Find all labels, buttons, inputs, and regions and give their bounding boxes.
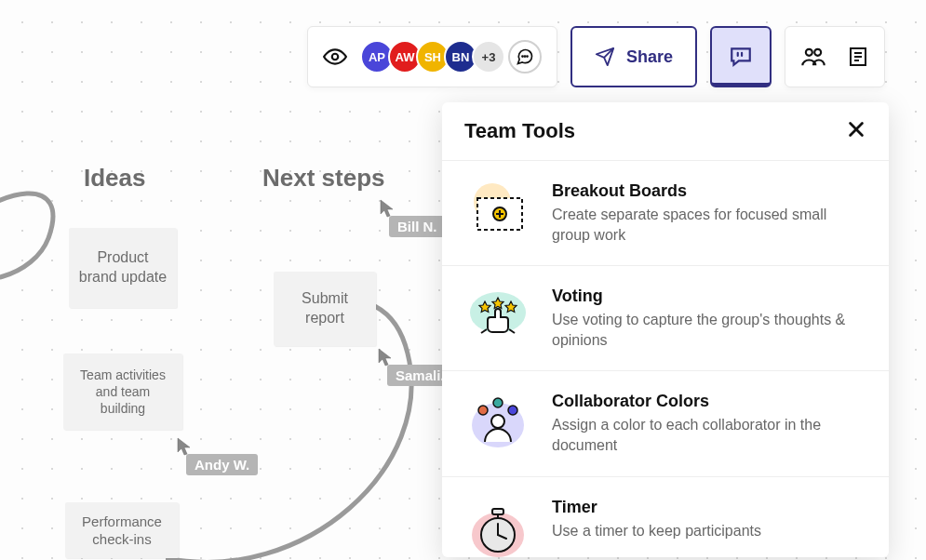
collaborator-cursor: Andy W. <box>171 454 258 476</box>
svg-point-2 <box>524 56 525 57</box>
paper-plane-icon <box>595 47 615 67</box>
share-button[interactable]: Share <box>570 26 697 87</box>
tool-item-desc: Use a timer to keep participants <box>552 521 761 541</box>
tool-item-title: Collaborator Colors <box>552 392 866 411</box>
team-tools-button[interactable] <box>710 26 772 87</box>
collaborator-cursor: Bill N. <box>374 216 446 238</box>
tool-item-title: Timer <box>552 498 761 517</box>
top-toolbar: AP AW SH BN +3 Share <box>307 26 885 87</box>
svg-point-0 <box>332 54 339 60</box>
svg-point-5 <box>814 49 821 56</box>
presence-group: AP AW SH BN +3 <box>307 26 557 87</box>
sticky-note[interactable]: Product brand update <box>69 228 177 308</box>
panel-title: Team Tools <box>464 119 575 143</box>
section-title[interactable]: Ideas <box>84 164 146 193</box>
sticky-note[interactable]: Team activities and team building <box>63 353 182 430</box>
cursor-label: Bill N. <box>389 216 446 237</box>
avatar-stack[interactable]: AP AW SH BN +3 <box>360 40 542 73</box>
document-icon[interactable] <box>847 46 869 68</box>
panel-list: Breakout Boards Create separate spaces f… <box>442 160 889 557</box>
team-tools-panel: Team Tools Breakout Boards Create separa… <box>442 102 889 557</box>
svg-point-23 <box>493 398 503 407</box>
close-icon[interactable] <box>846 119 866 143</box>
breakout-boards-icon <box>464 181 531 241</box>
svg-point-4 <box>806 49 812 56</box>
tool-item-voting[interactable]: Voting Use voting to capture the group's… <box>442 265 889 370</box>
voting-icon <box>464 287 531 346</box>
visibility-icon[interactable] <box>323 45 347 69</box>
svg-point-22 <box>478 406 488 415</box>
svg-point-21 <box>491 415 504 428</box>
tool-item-breakout[interactable]: Breakout Boards Create separate spaces f… <box>442 160 889 265</box>
share-label: Share <box>626 47 673 67</box>
tool-item-title: Breakout Boards <box>552 181 866 201</box>
cursor-icon <box>378 348 393 370</box>
tool-item-desc: Use voting to capture the group's though… <box>552 310 866 350</box>
cursor-icon <box>177 437 192 460</box>
tool-item-timer[interactable]: Timer Use a timer to keep participants <box>442 476 889 557</box>
sticky-note[interactable]: Performance check-ins <box>65 502 179 558</box>
comment-bubble-icon[interactable] <box>508 40 542 73</box>
svg-point-24 <box>508 406 517 415</box>
svg-rect-27 <box>492 509 503 514</box>
cursor-label: Andy W. <box>186 454 258 475</box>
tool-item-title: Voting <box>552 287 866 306</box>
speech-bubble-icon <box>729 44 753 68</box>
tool-item-desc: Assign a color to each collaborator in t… <box>552 415 866 455</box>
collaborator-colors-icon <box>464 392 531 451</box>
sticky-note[interactable]: Submit report <box>274 272 376 346</box>
timer-icon <box>464 498 531 557</box>
cursor-icon <box>380 199 395 221</box>
avatar-overflow[interactable]: +3 <box>472 40 505 73</box>
svg-point-3 <box>527 56 528 57</box>
tool-item-desc: Create separate spaces for focused small… <box>552 205 866 245</box>
freehand-stroke <box>0 173 374 560</box>
tool-item-colors[interactable]: Collaborator Colors Assign a color to ea… <box>442 370 889 475</box>
view-group <box>785 26 885 87</box>
svg-point-1 <box>522 56 523 57</box>
people-icon[interactable] <box>800 44 826 70</box>
section-title[interactable]: Next steps <box>262 164 385 193</box>
